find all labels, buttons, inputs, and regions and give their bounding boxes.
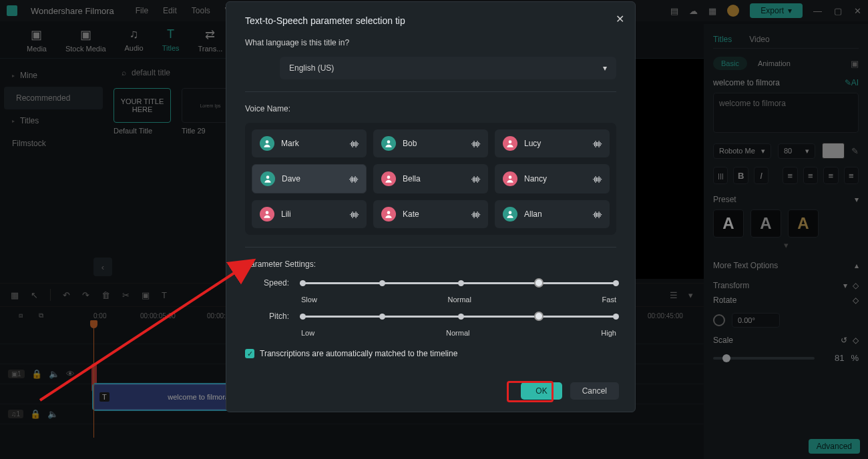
voice-option[interactable]: Lili·ı|ıı|ı· [252,200,367,228]
voice-name: Nancy [524,174,586,183]
voice-name: Lucy [524,139,586,148]
avatar-icon [503,171,517,186]
avatar-icon [503,207,517,221]
language-question: What language is this title in? [245,38,616,47]
svg-point-3 [266,175,270,179]
voice-option[interactable]: Mark·ı|ıı|ı· [252,129,367,157]
tts-modal: Text-to-Speech parameter selection tip ✕… [226,1,636,412]
pitch-slider[interactable] [300,316,616,318]
modal-close-button[interactable]: ✕ [616,13,624,25]
speed-label: Speed: [245,278,289,288]
voice-name: Kate [403,209,464,219]
svg-point-6 [266,211,269,214]
voice-name: Allan [524,209,586,219]
waveform-icon: ·ı|ıı|ı· [592,175,602,183]
cancel-button[interactable]: Cancel [570,382,619,400]
ok-button[interactable]: OK [521,382,562,400]
waveform-icon: ·ı|ıı|ı· [471,140,480,147]
waveform-icon: ·ı|ıı|ı· [592,211,602,218]
voice-option[interactable]: Dave·ı|ıı|ı· [252,164,367,193]
svg-point-0 [266,140,269,143]
voice-name: Lili [281,209,343,219]
pitch-label: Pitch: [245,312,289,321]
voice-name: Dave [282,174,342,183]
svg-point-4 [387,175,391,179]
waveform-icon: ·ı|ıı|ı· [471,175,480,183]
param-label: Parameter Settings: [245,260,616,269]
voice-option[interactable]: Nancy·ı|ıı|ı· [495,164,610,193]
avatar-icon [260,207,274,221]
speed-slider[interactable] [300,282,616,284]
waveform-icon: ·ı|ıı|ı· [349,140,359,147]
voice-option[interactable]: Kate·ı|ıı|ı· [373,200,488,228]
voice-name: Bella [403,174,464,183]
voice-option[interactable]: Allan·ı|ıı|ı· [495,200,610,228]
language-select[interactable]: English (US)▾ [280,57,616,79]
waveform-icon: ·ı|ıı|ı· [349,175,358,183]
waveform-icon: ·ı|ıı|ı· [592,140,602,147]
voice-label: Voice Name: [245,104,616,113]
waveform-icon: ·ı|ıı|ı· [471,211,480,218]
svg-point-1 [387,140,391,143]
voice-option[interactable]: Bob·ı|ıı|ı· [373,129,488,157]
avatar-icon [381,171,396,186]
chevron-down-icon: ▾ [603,63,607,73]
voice-name: Mark [281,139,343,148]
svg-point-7 [387,211,391,214]
svg-point-8 [509,211,512,214]
avatar-icon [260,136,274,151]
modal-title: Text-to-Speech parameter selection tip [245,15,616,26]
voice-grid: Mark·ı|ıı|ı·Bob·ı|ıı|ı·Lucy·ı|ıı|ı·Dave·… [245,123,616,235]
svg-point-2 [509,140,512,143]
voice-name: Bob [403,139,464,148]
transcription-checkbox[interactable]: ✓ [245,349,254,358]
waveform-icon: ·ı|ıı|ı· [349,211,359,218]
avatar-icon [260,171,275,186]
avatar-icon [381,207,396,221]
voice-option[interactable]: Bella·ı|ıı|ı· [373,164,488,193]
transcription-label: Transcriptions are automatically matched… [260,349,457,358]
svg-point-5 [509,175,512,179]
avatar-icon [503,136,517,151]
avatar-icon [381,136,396,151]
voice-option[interactable]: Lucy·ı|ıı|ı· [495,129,610,157]
